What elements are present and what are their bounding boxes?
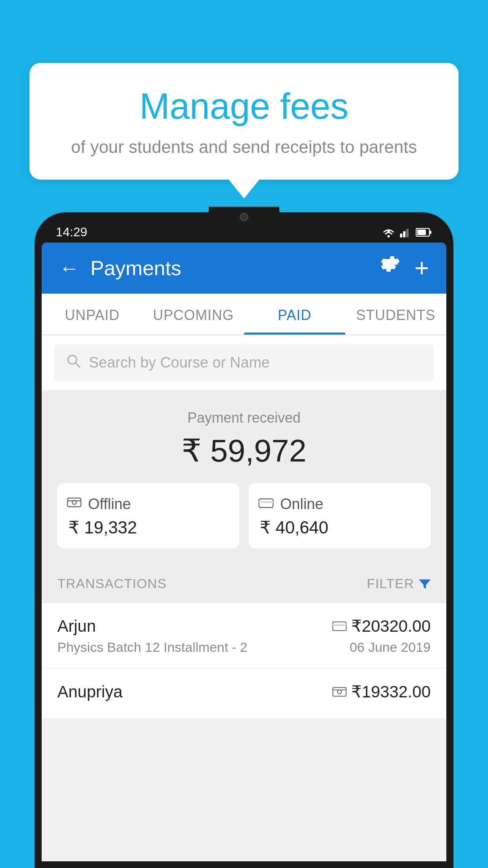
transaction-amount-2: ₹19332.00	[332, 682, 431, 701]
search-container: Search by Course or Name	[42, 335, 446, 390]
payment-summary: Payment received ₹ 59,972	[42, 390, 446, 564]
offline-icon	[67, 496, 82, 513]
svg-rect-5	[417, 230, 426, 235]
transaction-row-2: Anupriya ₹19332.00	[57, 682, 431, 701]
payment-cards: Offline ₹ 19,332	[57, 483, 431, 548]
offline-card-header: Offline	[67, 496, 230, 513]
add-icon[interactable]: +	[415, 254, 429, 283]
phone-outer: 14:29	[35, 212, 453, 868]
transaction-sub-1: Physics Batch 12 Installment - 2 06 June…	[57, 640, 431, 655]
online-payment-card: Online ₹ 40,640	[249, 483, 431, 548]
tabs-bar: UNPAID UPCOMING PAID STUDENTS	[42, 294, 446, 335]
svg-rect-13	[259, 501, 273, 503]
tab-students[interactable]: STUDENTS	[345, 294, 447, 335]
svg-line-8	[75, 363, 80, 367]
student-name: Arjun	[57, 617, 96, 636]
online-amount: ₹ 40,640	[258, 517, 421, 537]
svg-rect-16	[333, 624, 346, 626]
payment-label: Payment received	[57, 410, 431, 426]
svg-rect-3	[406, 229, 409, 237]
tab-unpaid[interactable]: UNPAID	[42, 294, 143, 335]
filter-wrap[interactable]: FILTER	[367, 576, 431, 591]
phone-wrapper: 14:29	[35, 212, 453, 868]
page-title: Payments	[90, 256, 181, 280]
course-info: Physics Batch 12 Installment - 2	[57, 640, 248, 655]
filter-icon	[419, 578, 431, 590]
card-payment-icon	[332, 621, 347, 632]
search-input[interactable]: Search by Course or Name	[89, 354, 270, 371]
svg-point-0	[387, 235, 390, 237]
offline-type: Offline	[88, 496, 131, 513]
bubble-subtitle: of your students and send receipts to pa…	[49, 136, 439, 158]
wifi-icon	[382, 227, 395, 237]
status-bar: 14:29	[42, 218, 446, 243]
header-left: ← Payments	[59, 256, 181, 280]
tab-upcoming[interactable]: UPCOMING	[143, 294, 244, 335]
app-screen: ← Payments + UNPAID U	[42, 243, 446, 861]
svg-rect-2	[403, 231, 405, 237]
svg-rect-1	[400, 234, 402, 237]
settings-icon[interactable]	[380, 256, 400, 281]
battery-icon	[416, 228, 432, 237]
transaction-item-2: Anupriya ₹19332.00	[42, 669, 446, 719]
tab-paid[interactable]: PAID	[244, 294, 345, 335]
transactions-header: TRANSACTIONS FILTER	[42, 564, 446, 603]
filter-label: FILTER	[367, 576, 414, 591]
transactions-label: TRANSACTIONS	[57, 576, 167, 591]
date-info: 06 June 2019	[350, 640, 431, 655]
bubble-title: Manage fees	[49, 86, 439, 126]
online-type: Online	[280, 496, 323, 513]
svg-marker-14	[419, 579, 431, 589]
svg-rect-9	[68, 498, 81, 507]
svg-point-18	[338, 690, 341, 694]
online-icon	[258, 496, 274, 513]
svg-rect-17	[333, 688, 346, 696]
signal-icon	[400, 227, 411, 237]
header-icons: +	[380, 254, 429, 283]
offline-payment-icon	[332, 686, 347, 698]
search-bar[interactable]: Search by Course or Name	[54, 344, 434, 381]
transaction-item: Arjun ₹20320.00 Physics Batch 12 Install…	[42, 603, 446, 669]
search-icon	[66, 353, 81, 372]
status-time: 14:29	[56, 225, 87, 239]
offline-amount: ₹ 19,332	[67, 517, 230, 537]
offline-payment-card: Offline ₹ 19,332	[57, 483, 239, 548]
payment-total: ₹ 59,972	[57, 432, 431, 469]
student-name-2: Anupriya	[57, 682, 123, 701]
online-card-header: Online	[258, 496, 421, 513]
transaction-row-1: Arjun ₹20320.00	[57, 616, 431, 636]
back-button[interactable]: ←	[59, 258, 79, 278]
speech-bubble: Manage fees of your students and send re…	[29, 63, 459, 180]
status-icons	[382, 227, 432, 237]
transaction-amount-1: ₹20320.00	[332, 616, 431, 636]
svg-rect-6	[430, 231, 431, 234]
app-header: ← Payments +	[42, 243, 446, 294]
